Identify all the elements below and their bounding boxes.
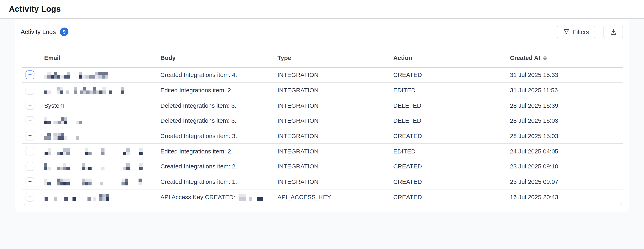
body-text: Created Integrations item: 2. — [160, 163, 237, 170]
action-cell: CREATED — [390, 132, 506, 139]
expand-cell: + — [22, 132, 40, 140]
table-body: + Created Integrations item: 4. INTEGRAT… — [22, 68, 623, 205]
table-row: + Deleted Integrations item: 3. INTEGRAT… — [22, 113, 623, 128]
body-cell: Created Integrations item: 3. — [157, 132, 274, 139]
page-header: Activity Logs — [0, 0, 644, 18]
action-cell: CREATED — [390, 72, 506, 78]
created-at-cell: 23 Jul 2025 09:07 — [506, 178, 623, 185]
table-row: + Created Integrations item: 3. INTEGRAT… — [22, 128, 623, 144]
body-text: Edited Integrations item: 2. — [160, 148, 233, 155]
redacted-text — [44, 194, 109, 201]
col-header-email: Email — [40, 54, 157, 61]
sort-icon[interactable] — [543, 55, 547, 60]
card-header: Activity Logs 9 Filters — [21, 26, 623, 38]
type-cell: INTEGRATION — [274, 132, 390, 139]
body-text: API Access Key CREATED: — [160, 193, 237, 200]
body-cell: API Access Key CREATED: — [157, 193, 274, 201]
created-at-cell: 23 Jul 2025 09:10 — [506, 163, 623, 170]
header-actions: Filters — [557, 26, 623, 38]
created-at-cell: 28 Jul 2025 15:03 — [506, 117, 623, 124]
col-header-body: Body — [157, 54, 274, 61]
type-cell: INTEGRATION — [274, 87, 390, 94]
expand-row-button[interactable]: + — [26, 116, 34, 125]
expand-cell: + — [22, 70, 40, 79]
body-text: Deleted Integrations item: 3. — [160, 117, 236, 124]
action-cell: DELETED — [390, 117, 506, 124]
col-header-created-at-label: Created At — [510, 54, 540, 61]
col-header-created-at[interactable]: Created At — [506, 54, 623, 61]
email-cell — [40, 162, 157, 170]
body-cell: Created Integrations item: 1. — [157, 178, 274, 185]
expand-cell: + — [22, 116, 40, 125]
expand-row-button[interactable]: + — [26, 193, 34, 202]
created-at-cell: 31 Jul 2025 15:33 — [506, 72, 623, 78]
created-at-cell: 24 Jul 2025 04:05 — [506, 148, 623, 155]
expand-cell: + — [22, 162, 40, 171]
expand-cell: + — [22, 193, 40, 202]
download-button[interactable] — [604, 26, 623, 38]
email-cell — [40, 148, 157, 155]
type-cell: INTEGRATION — [274, 148, 390, 155]
email-cell — [40, 178, 157, 186]
table-row: + Created Integrations item: 2. INTEGRAT… — [22, 159, 623, 174]
download-icon — [610, 28, 617, 35]
redacted-text — [44, 118, 82, 124]
body-cell: Created Integrations item: 2. — [157, 163, 274, 170]
email-cell: System — [40, 102, 157, 109]
col-header-action: Action — [390, 54, 506, 61]
expand-row-button[interactable]: + — [26, 86, 34, 94]
body-cell: Edited Integrations item: 2. — [157, 87, 274, 94]
body-text: Deleted Integrations item: 3. — [160, 102, 236, 109]
redacted-text — [44, 148, 142, 155]
expand-row-button[interactable]: + — [26, 162, 34, 171]
table-row: + Created Integrations item: 4. INTEGRAT… — [22, 68, 623, 82]
action-cell: EDITED — [390, 148, 506, 155]
expand-row-button[interactable]: + — [26, 70, 34, 79]
redacted-text — [44, 72, 108, 78]
created-at-cell: 31 Jul 2025 11:56 — [506, 87, 623, 94]
count-badge: 9 — [60, 28, 68, 36]
table-row: + API Access Key CREATED: API_ACCESS_KEY… — [22, 190, 623, 205]
redacted-text — [237, 194, 263, 201]
table-row: + Created Integrations item: 1. INTEGRAT… — [22, 174, 623, 190]
expand-row-button[interactable]: + — [26, 132, 34, 140]
expand-row-button[interactable]: + — [26, 101, 34, 110]
expand-cell: + — [22, 86, 40, 94]
email-cell — [40, 86, 157, 94]
body-cell: Deleted Integrations item: 3. — [157, 102, 274, 109]
type-cell: INTEGRATION — [274, 163, 390, 170]
body-text: Created Integrations item: 4. — [160, 72, 237, 78]
body-text: Created Integrations item: 3. — [160, 132, 237, 139]
created-at-cell: 28 Jul 2025 15:03 — [506, 132, 623, 139]
page-title: Activity Logs — [9, 4, 61, 14]
action-cell: CREATED — [390, 194, 506, 200]
body-text: Edited Integrations item: 2. — [160, 87, 233, 94]
type-cell: INTEGRATION — [274, 102, 390, 109]
created-at-cell: 28 Jul 2025 15:39 — [506, 102, 623, 109]
redacted-text — [44, 87, 124, 94]
type-cell: INTEGRATION — [274, 117, 390, 124]
email-cell — [40, 193, 157, 201]
created-at-cell: 16 Jul 2025 20:43 — [506, 194, 623, 200]
action-cell: EDITED — [390, 87, 506, 94]
activity-logs-card: Activity Logs 9 Filters — [14, 19, 630, 212]
redacted-text — [44, 178, 142, 186]
type-cell: INTEGRATION — [274, 72, 390, 78]
body-cell: Edited Integrations item: 2. — [157, 148, 274, 155]
filters-button[interactable]: Filters — [557, 26, 596, 38]
expand-cell: + — [22, 101, 40, 110]
table-row: + Edited Integrations item: 2. INTEGRATI… — [22, 144, 623, 159]
type-cell: API_ACCESS_KEY — [274, 194, 390, 200]
expand-row-button[interactable]: + — [26, 147, 34, 156]
activity-logs-table: Email Body Type Action Created At + Crea… — [22, 49, 623, 205]
expand-row-button[interactable]: + — [26, 177, 34, 186]
funnel-icon — [563, 29, 569, 35]
email-cell — [40, 132, 157, 140]
redacted-text — [44, 163, 142, 170]
table-row: + System Deleted Integrations item: 3. I… — [22, 98, 623, 113]
col-header-type: Type — [274, 54, 390, 61]
action-cell: CREATED — [390, 178, 506, 185]
email-cell — [40, 117, 157, 124]
table-row: + Edited Integrations item: 2. INTEGRATI… — [22, 82, 623, 98]
expand-cell: + — [22, 177, 40, 186]
